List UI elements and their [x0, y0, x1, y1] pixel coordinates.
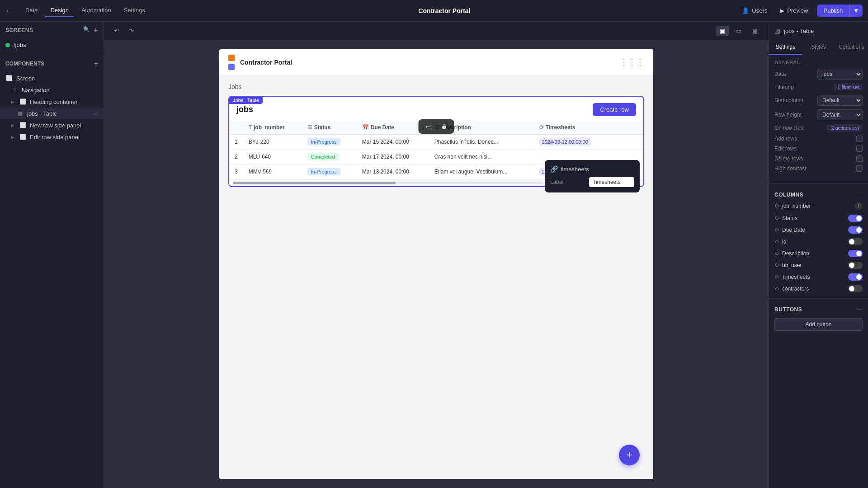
- toggle-bb-user[interactable]: [848, 262, 863, 269]
- gear-icon[interactable]: ⚙: [774, 250, 779, 257]
- rs-filtering-badge[interactable]: 1 filter set: [834, 83, 863, 91]
- sidebar-item-jobs-table[interactable]: ▦ jobs - Table ···: [0, 108, 104, 119]
- buttons-section: Add button: [769, 314, 868, 334]
- toggle-timesheets[interactable]: [848, 273, 863, 281]
- tab-data[interactable]: Data: [20, 4, 43, 17]
- preview-icon: ▶: [780, 7, 784, 14]
- date-icon: 📅: [362, 124, 369, 131]
- rs-header: ▦ jobs - Table: [769, 22, 868, 40]
- toggle-id[interactable]: [848, 238, 863, 245]
- rs-col-row-due-date: ⚙ Due Date: [769, 224, 868, 236]
- gear-icon[interactable]: ⚙: [774, 203, 779, 209]
- gear-icon[interactable]: ⚙: [774, 262, 779, 268]
- tab-design[interactable]: Design: [45, 4, 74, 17]
- desktop-view-button[interactable]: ▣: [716, 26, 729, 36]
- toggle-due-date[interactable]: [848, 226, 863, 234]
- col-status[interactable]: ☰Status: [302, 121, 357, 135]
- ts-icon: ⟳: [539, 124, 544, 131]
- search-icon[interactable]: 🔍: [83, 26, 90, 34]
- rs-edit-rows-label: Edit rows: [774, 145, 797, 152]
- screen-item-jobs[interactable]: /jobs: [0, 39, 104, 51]
- toggle-status[interactable]: [848, 215, 863, 222]
- create-row-button[interactable]: Create row: [593, 103, 636, 116]
- cell-job-number-3: MMV-569: [243, 164, 302, 179]
- canvas-area: ↶ ↷ ▣ ▭ ▩ Contractor Po: [104, 22, 769, 488]
- undo-button[interactable]: ↶: [111, 25, 122, 36]
- rs-tab-styles[interactable]: Styles: [802, 40, 835, 55]
- table-row[interactable]: 1 BYJ-220 In-Progress Mar 15 2024, 00:00…: [229, 135, 643, 150]
- sidebar-item-screen[interactable]: ⬜ Screen: [0, 72, 104, 84]
- publish-button[interactable]: Publish ▼: [817, 5, 863, 17]
- tab-settings[interactable]: Settings: [118, 4, 151, 17]
- sidebar-item-navigation[interactable]: ≡ Navigation: [0, 84, 104, 96]
- topbar-right: 👤 Users ▶ Preview Publish ▼: [738, 5, 863, 17]
- expand-icon: ▶: [11, 123, 14, 128]
- col-timesheets[interactable]: ⟳Timesheets: [534, 121, 643, 135]
- add-screen-button[interactable]: +: [94, 26, 98, 34]
- fab-button[interactable]: +: [619, 445, 640, 465]
- cell-due-date-2: Mar 17 2024, 00:00: [357, 150, 429, 164]
- sidebar-item-heading-container[interactable]: ▶ ⬜ Heading container: [0, 96, 104, 108]
- cell-job-number-1: BYJ-220: [243, 135, 302, 150]
- cell-status-1: In-Progress: [302, 135, 357, 150]
- publish-arrow-icon[interactable]: ▼: [849, 5, 863, 17]
- rs-row-height-row: Row height Default: [774, 109, 863, 120]
- rs-sort-select[interactable]: Default: [817, 95, 863, 106]
- redo-button[interactable]: ↷: [126, 25, 137, 36]
- rs-col-row-contractors: ⚙ contractors: [769, 283, 868, 295]
- rs-row-height-select[interactable]: Default: [817, 109, 863, 120]
- rs-add-rows-checkbox[interactable]: [856, 136, 863, 142]
- delete-action-button[interactable]: 🗑: [437, 121, 451, 132]
- scrollbar-thumb[interactable]: [233, 182, 396, 184]
- gear-icon[interactable]: ⚙: [774, 227, 779, 233]
- sidebar-item-new-row-panel[interactable]: ▶ ⬜ New row side panel: [0, 119, 104, 131]
- col-job-number[interactable]: Tjob_number: [243, 121, 302, 135]
- add-component-button[interactable]: +: [94, 60, 98, 68]
- text-icon: T: [249, 124, 252, 131]
- rs-tab-conditions[interactable]: Conditions: [835, 40, 868, 55]
- users-button[interactable]: 👤 Users: [738, 5, 771, 16]
- row-num-3: 3: [229, 164, 243, 179]
- rs-on-row-click-badge[interactable]: 2 actions set: [827, 124, 863, 132]
- preview-button[interactable]: ▶ Preview: [776, 5, 811, 16]
- ts-label-input[interactable]: [589, 177, 634, 187]
- sidebar-item-edit-row-panel[interactable]: ▶ ⬜ Edit row side panel: [0, 131, 104, 143]
- more-icon[interactable]: ···: [93, 110, 98, 117]
- gear-icon[interactable]: ⚙: [774, 215, 779, 221]
- tablet-view-button[interactable]: ▭: [732, 26, 745, 36]
- rs-tab-settings[interactable]: Settings: [769, 40, 802, 55]
- rs-data-select[interactable]: jobs: [817, 69, 863, 80]
- rs-data-row: Data jobs: [774, 69, 863, 80]
- rs-edit-rows-checkbox[interactable]: [856, 145, 863, 152]
- cell-status-3: In-Progress: [302, 164, 357, 179]
- main-layout: Screens 🔍 + /jobs Components + ⬜ Screen …: [0, 22, 868, 488]
- cell-description-1: Phasellus in felis. Donec...: [429, 135, 534, 150]
- screens-label: Screens: [5, 27, 33, 33]
- app-header: Contractor Portal ⋮⋮⋮: [219, 49, 653, 76]
- gear-icon[interactable]: ⚙: [774, 286, 779, 292]
- left-sidebar: Screens 🔍 + /jobs Components + ⬜ Screen …: [0, 22, 104, 488]
- add-button-button[interactable]: Add button: [774, 318, 863, 331]
- gear-icon[interactable]: ⚙: [774, 274, 779, 280]
- app-preview: Contractor Portal ⋮⋮⋮ Jobs ▭ 🗑: [219, 49, 653, 479]
- rs-edit-rows-row: Edit rows: [774, 145, 863, 152]
- publish-label[interactable]: Publish: [817, 5, 849, 17]
- copy-action-button[interactable]: ▭: [422, 121, 435, 132]
- info-button-job-number[interactable]: i: [854, 202, 863, 210]
- rs-columns-collapse[interactable]: —: [857, 191, 863, 198]
- rs-columns-section-title: COLUMNS —: [769, 188, 868, 200]
- rs-delete-rows-checkbox[interactable]: [856, 155, 863, 162]
- mobile-view-button[interactable]: ▩: [749, 26, 761, 36]
- topbar-left: ← Data Design Automation Settings: [5, 4, 151, 17]
- toggle-description[interactable]: [848, 250, 863, 257]
- rs-buttons-collapse[interactable]: —: [857, 306, 863, 313]
- gear-icon[interactable]: ⚙: [774, 239, 779, 245]
- rs-buttons-label: BUTTONS: [774, 306, 802, 313]
- back-button[interactable]: ←: [5, 7, 13, 15]
- rs-high-contrast-checkbox[interactable]: [856, 165, 863, 172]
- status-badge-completed: Completed: [307, 153, 339, 160]
- panel-icon: ⬜: [19, 133, 26, 141]
- toggle-contractors[interactable]: [848, 285, 863, 292]
- tab-automation[interactable]: Automation: [76, 4, 117, 17]
- expand-icon: ▶: [11, 99, 14, 104]
